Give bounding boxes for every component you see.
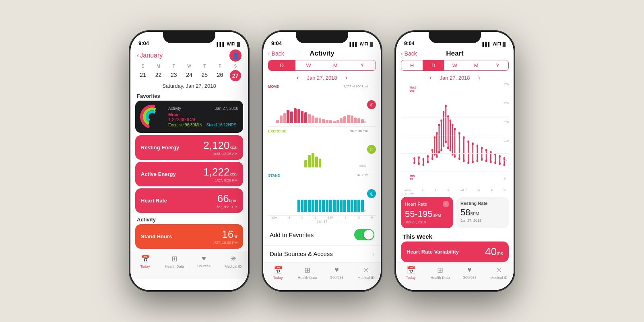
day-t: T [166, 64, 182, 68]
status-icons-2: ▌▌▌ WiFi ▓ [349, 42, 373, 46]
svg-point-62 [481, 158, 483, 161]
tab-medicalid-1[interactable]: ✳ Medical ID [219, 254, 248, 268]
max-label: MAX195 [410, 86, 416, 92]
datasource-row-2[interactable]: Data Sources & Access › [263, 246, 381, 262]
status-time-1: 9:04 [138, 40, 149, 46]
heart-rate-card[interactable]: Heart Rate 66bpm 1/27, 9:21 PM [135, 188, 243, 213]
day-s2: S [228, 64, 243, 68]
segment-control-2[interactable]: D W M Y [268, 60, 376, 71]
date-next-3[interactable]: › [478, 74, 480, 81]
activity-card[interactable]: Activity Jan 27, 2018 Move 1,222/600CAL … [135, 101, 243, 133]
sources-icon-2: ♥ [334, 266, 339, 274]
healthdata-icon-2: ⊞ [304, 266, 310, 275]
hr-card-value-secondary: 58BPM [460, 207, 505, 218]
nav-title-1[interactable]: January [140, 52, 163, 59]
tab-today-label-3: Today [406, 276, 415, 280]
seg3-w[interactable]: W [444, 60, 465, 70]
p3-nav: ‹ Back Heart [396, 48, 514, 60]
toggle-knob-2 [364, 230, 374, 239]
stand-value: Stand 16/12HRS [206, 123, 236, 127]
seg-m[interactable]: M [322, 60, 349, 70]
time-3p: 3 [345, 216, 346, 219]
svg-point-20 [436, 155, 438, 158]
day-f: F [212, 64, 227, 68]
hr-card-secondary[interactable]: Resting Rate 58BPM Jan 27, 2018 [456, 197, 509, 228]
cal-date-22[interactable]: 22 [151, 70, 166, 81]
date-prev-2[interactable]: ‹ [297, 74, 299, 81]
tab-healthdata-2[interactable]: ⊞ Health Data [293, 266, 322, 280]
time-12p: 12P [328, 216, 333, 219]
avatar-1[interactable]: 👤 [229, 50, 242, 62]
seg-d[interactable]: D [268, 60, 295, 70]
heart-chart-area: 250 200 150 100 50 0 MAX195 MIN55 [401, 83, 509, 188]
cal-date-26[interactable]: 26 [212, 70, 227, 81]
h-time-3a: 3 [422, 188, 423, 192]
tab-sources-2[interactable]: ♥ Sources [322, 266, 351, 279]
heart-rate-sub: 1/27, 9:21 PM [215, 205, 237, 209]
cal-date-21[interactable]: 21 [135, 70, 151, 81]
back-button-1[interactable]: ‹ January [137, 52, 163, 59]
datasource-label-2: Data Sources & Access [270, 250, 333, 257]
hr-card-primary[interactable]: Heart Rate i 55-195BPM Jan 27, 2018 [401, 197, 453, 228]
seg3-y[interactable]: Y [487, 60, 508, 70]
seg3-m[interactable]: M [466, 60, 487, 70]
y-100: 100 [504, 139, 509, 142]
tab-medicalid-label-1: Medical ID [225, 264, 242, 268]
phone-2: 9:04 ▌▌▌ WiFi ▓ ‹ Back Activity D [262, 30, 382, 292]
chart-axis-exercise: 0 min [359, 165, 366, 167]
tab-bar-2: 📅 Today ⊞ Health Data ♥ Sources ✳ Medica… [263, 262, 381, 290]
seg3-h[interactable]: H [401, 60, 423, 70]
seg-y[interactable]: Y [349, 60, 376, 70]
segment-control-3[interactable]: H D W M Y [401, 60, 509, 71]
chart-bars-stand [276, 194, 364, 212]
medicalid-icon-1: ✳ [230, 254, 236, 263]
seg-w[interactable]: W [295, 60, 322, 70]
svg-point-8 [423, 163, 424, 166]
svg-point-56 [472, 161, 473, 163]
hrv-card[interactable]: Heart Rate Variability 40ms [401, 242, 509, 262]
tab-medicalid-2[interactable]: ✳ Medical ID [351, 266, 381, 280]
cal-date-24[interactable]: 24 [182, 70, 197, 81]
date-prev-3[interactable]: ‹ [429, 74, 431, 81]
tab-sources-1[interactable]: ♥ Sources [189, 254, 219, 268]
today-icon-3: 📅 [407, 266, 415, 275]
notch-1 [163, 32, 215, 43]
chart-move: MOVE 1,222 of 600 kcal ◎ 0 kcal [268, 83, 376, 127]
date-next-2[interactable]: › [345, 74, 347, 81]
tab-today-1[interactable]: 📅 Today [130, 254, 160, 268]
date-nav-2: ‹ Jan 27, 2018 › [263, 73, 381, 83]
tab-healthdata-3[interactable]: ⊞ Health Data [425, 266, 455, 280]
toggle-switch-2[interactable] [354, 229, 374, 240]
heart-svg-chart [401, 83, 509, 188]
svg-point-26 [440, 149, 442, 152]
chart-time-labels-2: 12A 3 6 9 12P 3 6 9 [263, 216, 381, 219]
tab-sources-3[interactable]: ♥ Sources [455, 266, 484, 279]
back-button-3[interactable]: ‹ Back [401, 50, 417, 57]
seg3-d[interactable]: D [423, 60, 444, 70]
tab-medicalid-3[interactable]: ✳ Medical ID [484, 266, 514, 280]
tab-today-3[interactable]: 📅 Today [396, 266, 425, 280]
tab-healthdata-1[interactable]: ⊞ Health Data [160, 254, 189, 268]
svg-point-67 [490, 151, 491, 154]
svg-point-50 [463, 159, 464, 162]
active-energy-sub: 1/27, 9:26 PM [203, 178, 237, 182]
activity-row: Exercise 96/30MIN Stand 16/12HRS [168, 123, 238, 127]
chart-stand: STAND 16 of 12 ◎ 0 hr [268, 172, 376, 216]
tab-today-2[interactable]: 📅 Today [263, 266, 293, 280]
cal-date-27-selected[interactable]: 27 [230, 70, 241, 81]
active-energy-card[interactable]: Active Energy 1,222kcal 1/27, 9:26 PM [135, 162, 243, 186]
resting-energy-card[interactable]: Resting Energy 2,120kcal 1/28, 12:26 AM [135, 135, 243, 160]
svg-point-38 [450, 149, 451, 152]
cal-date-25[interactable]: 25 [197, 70, 212, 81]
cal-date-23[interactable]: 23 [166, 70, 182, 81]
stand-hours-card[interactable]: Stand Hours 16hr 1/27, 10:00 PM [135, 224, 243, 249]
chart-bars-move [276, 105, 364, 123]
back-button-2[interactable]: ‹ Back [268, 50, 284, 57]
hr-card-value-primary: 55-195BPM [405, 209, 449, 219]
info-button-hr[interactable]: i [443, 201, 449, 207]
hr-card-title-secondary: Resting Rate [460, 201, 505, 206]
person-icon: 👤 [232, 52, 239, 59]
chart-date-label-2: Jan 27 [263, 219, 381, 224]
sources-icon-3: ♥ [467, 266, 472, 274]
svg-point-34 [447, 115, 449, 118]
